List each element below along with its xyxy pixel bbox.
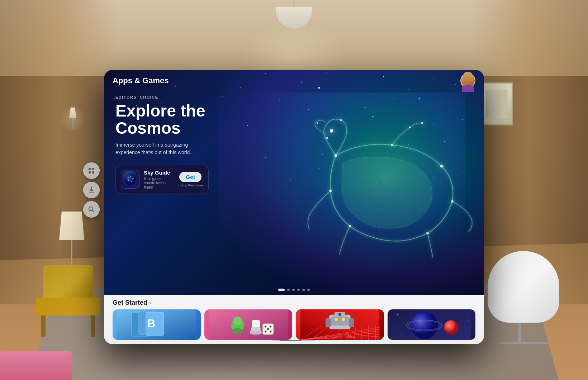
avatar-body	[462, 85, 474, 87]
svg-point-110	[270, 331, 271, 333]
svg-rect-151	[89, 171, 91, 174]
svg-point-107	[265, 326, 266, 328]
side-navigation	[83, 162, 100, 218]
svg-point-78	[317, 122, 318, 124]
svg-point-70	[391, 144, 394, 146]
svg-point-148	[458, 338, 459, 339]
svg-rect-99	[209, 309, 288, 340]
svg-point-145	[463, 313, 464, 313]
bottom-section: Get Started ›	[104, 295, 484, 344]
svg-point-111	[267, 328, 269, 330]
header: Apps & Games	[104, 70, 484, 91]
chevron-right-icon: ›	[150, 300, 151, 306]
app-icon-svg	[124, 173, 137, 186]
window-scrollbar	[272, 340, 316, 341]
svg-point-142	[444, 320, 458, 334]
hero-headline-line1: Explore the	[115, 101, 205, 120]
svg-rect-149	[89, 168, 91, 170]
svg-point-147	[400, 334, 401, 335]
pagination-dot-1[interactable]	[278, 289, 285, 291]
app-tile-2[interactable]	[204, 309, 293, 340]
get-button[interactable]: Get	[179, 172, 201, 182]
svg-point-30	[215, 129, 215, 129]
svg-text:B: B	[147, 317, 155, 330]
download-icon	[88, 186, 95, 194]
svg-point-109	[265, 331, 266, 333]
tile-3-art	[296, 309, 384, 340]
header-title: Apps & Games	[113, 76, 169, 85]
hero-headline-line2: Cosmos	[115, 119, 180, 137]
svg-point-77	[340, 119, 342, 122]
hero-section: Apps & Games EDITORS' CHOICE Explore the…	[104, 70, 484, 295]
get-started-title: Get Started	[113, 299, 147, 307]
svg-point-72	[451, 200, 454, 203]
svg-point-137	[338, 313, 341, 316]
pagination-dot-4[interactable]	[297, 289, 300, 291]
svg-rect-132	[326, 318, 331, 327]
pagination-dot-2[interactable]	[287, 289, 290, 291]
svg-point-139	[411, 312, 438, 339]
svg-point-108	[270, 326, 271, 328]
app-window: Apps & Games EDITORS' CHOICE Explore the…	[104, 70, 484, 344]
app-icon	[121, 170, 139, 189]
svg-point-74	[349, 225, 351, 227]
app-info: Sky Guide Star gaze constellation finder	[144, 170, 173, 189]
svg-rect-131	[331, 317, 349, 326]
apps-grid-icon	[88, 167, 95, 174]
tile-2-art	[204, 309, 293, 340]
svg-point-73	[426, 232, 429, 234]
couch	[0, 351, 72, 380]
get-button-wrapper: Get In-App Purchases	[177, 172, 203, 187]
app-tile-1[interactable]: B	[113, 309, 201, 340]
hero-headline: Explore the Cosmos	[115, 102, 209, 137]
app-card: Sky Guide Star gaze constellation finder…	[115, 165, 209, 194]
svg-point-135	[342, 318, 345, 321]
app-subtitle: Star gaze constellation finder	[144, 176, 173, 189]
chair-right	[480, 251, 559, 344]
svg-point-76	[326, 137, 328, 139]
in-app-purchase-label: In-App Purchases	[177, 184, 203, 187]
app-tile-3[interactable]	[296, 309, 384, 340]
scrollbar-thumb	[280, 340, 301, 341]
hero-description: Immerse yourself in a stargazing experie…	[115, 141, 201, 156]
svg-point-75	[329, 190, 332, 192]
app-tiles: B	[104, 309, 484, 340]
avatar-image	[461, 74, 475, 87]
avatar[interactable]	[460, 73, 475, 88]
get-started-header: Get Started ›	[104, 295, 484, 309]
hero-content: EDITORS' CHOICE Explore the Cosmos Immer…	[115, 95, 209, 194]
svg-point-80	[409, 127, 411, 128]
tile-4-art	[388, 309, 476, 340]
app-name: Sky Guide	[144, 170, 173, 176]
svg-rect-152	[92, 171, 94, 174]
svg-point-134	[335, 318, 338, 321]
pagination-dots	[278, 289, 310, 291]
svg-point-82	[124, 174, 136, 185]
svg-point-79	[421, 122, 423, 124]
svg-point-81	[330, 129, 333, 133]
svg-rect-133	[349, 318, 354, 327]
svg-point-144	[409, 311, 410, 312]
search-icon	[88, 206, 95, 213]
tile-1-art: B	[113, 309, 201, 340]
app-tile-4[interactable]	[388, 309, 476, 340]
editors-choice-badge: EDITORS' CHOICE	[115, 95, 209, 99]
pagination-dot-6[interactable]	[307, 289, 310, 291]
svg-rect-153	[89, 192, 94, 193]
svg-point-101	[233, 317, 242, 325]
bear-constellation	[237, 70, 484, 284]
wall-sconce	[67, 108, 78, 129]
svg-rect-105	[250, 331, 261, 334]
svg-point-146	[467, 320, 468, 321]
side-nav-search-button[interactable]	[83, 201, 100, 218]
pagination-dot-3[interactable]	[292, 289, 295, 291]
svg-rect-150	[92, 168, 94, 170]
wall-art	[480, 82, 513, 125]
svg-point-143	[397, 314, 398, 315]
side-nav-apps-button[interactable]	[83, 162, 100, 179]
pagination-dot-5[interactable]	[302, 289, 305, 291]
side-nav-download-button[interactable]	[83, 182, 100, 198]
svg-point-69	[335, 154, 337, 157]
svg-line-155	[93, 210, 94, 212]
chair-left	[36, 265, 100, 337]
